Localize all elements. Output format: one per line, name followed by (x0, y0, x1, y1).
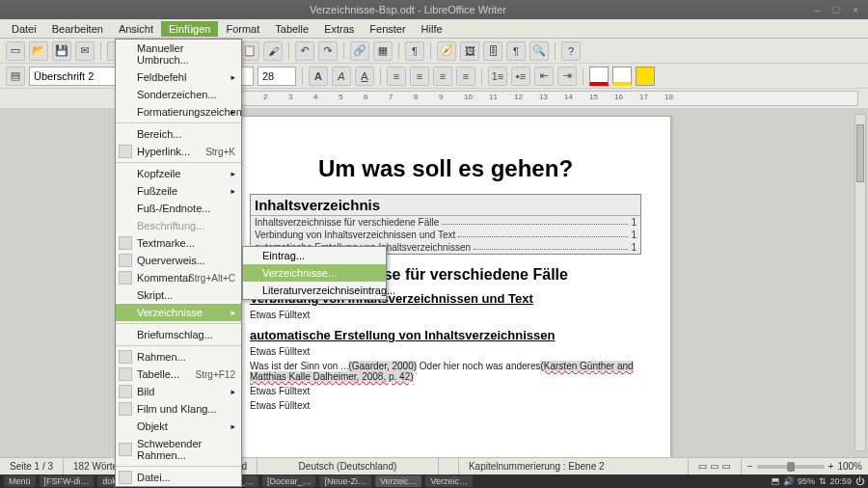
open-icon[interactable]: 📂 (29, 41, 48, 61)
zoom-slider[interactable] (757, 465, 825, 469)
scrollbar-thumb[interactable] (856, 124, 864, 182)
window-close-icon[interactable]: × (849, 4, 862, 15)
taskbar-app[interactable]: Verzeic… (425, 475, 473, 487)
highlight-color-icon[interactable] (612, 67, 632, 86)
help-icon[interactable]: ? (561, 41, 581, 61)
menu-view[interactable]: Ansicht (111, 21, 161, 37)
menu-item-manueller-umbruch-[interactable]: Manueller Umbruch... (116, 40, 241, 68)
align-center-icon[interactable]: ≡ (410, 67, 429, 86)
status-insertmode[interactable] (439, 458, 459, 474)
menu-item-objekt[interactable]: Objekt▸ (116, 418, 241, 435)
align-left-icon[interactable]: ≡ (387, 67, 406, 86)
tray-indicator-icon[interactable]: ⬒ (771, 476, 779, 486)
window-minimize-icon[interactable]: – (810, 4, 824, 15)
zoom-out-icon[interactable]: − (747, 461, 753, 472)
menu-item-kommentar[interactable]: KommentarStrg+Alt+C (116, 269, 241, 286)
taskbar-app[interactable]: [Neue-Zi… (319, 475, 371, 487)
gallery-icon[interactable]: 🖼 (460, 41, 479, 61)
status-language[interactable]: Deutsch (Deutschland) (258, 458, 439, 474)
tray-clock[interactable]: 20:59 (829, 476, 852, 486)
font-color-icon[interactable] (589, 67, 609, 86)
save-icon[interactable]: 💾 (52, 41, 71, 61)
menu-item-datei-[interactable]: Datei... (116, 469, 241, 486)
taskbar-app[interactable]: Verzeic… (375, 475, 422, 487)
menu-item-feldbefehl[interactable]: Feldbefehl▸ (116, 68, 241, 86)
bullet-list-icon[interactable]: •≡ (511, 67, 530, 86)
menu-item-kopfzeile[interactable]: Kopfzeile▸ (116, 165, 241, 182)
menu-item-querverweis-[interactable]: Querverweis... (116, 252, 241, 269)
zoom-in-icon[interactable]: + (828, 461, 834, 472)
doc-paragraph[interactable]: Was ist der Sinn von ...(Gaarder, 2000) … (250, 361, 641, 382)
toggle-formatting-icon[interactable]: ¶ (405, 41, 424, 61)
menu-item-rahmen-[interactable]: Rahmen... (116, 348, 241, 366)
menu-item-briefumschlag-[interactable]: Briefumschlag... (116, 326, 241, 343)
data-sources-icon[interactable]: 🗄 (483, 41, 502, 61)
start-menu-button[interactable]: Menü (4, 475, 36, 487)
vertical-scrollbar[interactable] (854, 114, 866, 451)
menu-item-textmarke-[interactable]: Textmarke... (116, 234, 241, 252)
format-paintbrush-icon[interactable]: 🖌 (263, 41, 283, 61)
menu-format[interactable]: Format (218, 21, 267, 37)
doc-h3b[interactable]: automatische Erstellung von Inhaltsverze… (250, 328, 641, 342)
tray-power-icon[interactable]: ⏻ (855, 476, 864, 486)
menu-item-bild[interactable]: Bild▸ (116, 383, 241, 400)
menu-help[interactable]: Hilfe (414, 21, 450, 37)
align-right-icon[interactable]: ≡ (433, 67, 452, 86)
numbered-list-icon[interactable]: 1≡ (488, 67, 507, 86)
italic-icon[interactable]: A (332, 67, 351, 86)
menu-insert[interactable]: Einfügen (161, 21, 218, 37)
submenu-item-verzeichnisse-[interactable]: Verzeichnisse... (243, 264, 386, 282)
navigator-icon[interactable]: 🧭 (437, 41, 456, 61)
doc-h1[interactable]: Um was soll es gehen? (250, 155, 641, 182)
menu-file[interactable]: Datei (4, 21, 44, 37)
table-icon[interactable]: ▦ (373, 41, 393, 61)
menu-tools[interactable]: Extras (316, 21, 362, 37)
menu-item-formatierungszeichen[interactable]: Formatierungszeichen▸ (116, 103, 241, 121)
taskbar-app[interactable]: [Docear_… (262, 475, 316, 487)
window-maximize-icon[interactable]: □ (829, 4, 843, 15)
menu-window[interactable]: Fenster (362, 21, 413, 37)
redo-icon[interactable]: ↷ (318, 41, 338, 61)
new-doc-icon[interactable]: ▭ (6, 41, 25, 61)
status-chapter[interactable]: Kapitelnummerierung : Ebene 2 (459, 458, 689, 474)
menu-edit[interactable]: Bearbeiten (44, 21, 111, 37)
status-page[interactable]: Seite 1 / 3 (0, 458, 64, 474)
menu-item-tabelle-[interactable]: Tabelle...Strg+F12 (116, 366, 241, 383)
menu-item-sonderzeichen-[interactable]: Sonderzeichen... (116, 86, 241, 103)
menu-item-schwebender-rahmen-[interactable]: Schwebender Rahmen... (116, 435, 241, 464)
system-tray[interactable]: ⬒ 🔊 95% ⇅ 20:59 ⏻ (771, 476, 864, 486)
font-size-combo[interactable] (258, 67, 296, 86)
menu-item-skript-[interactable]: Skript... (116, 286, 241, 304)
underline-icon[interactable]: A (355, 67, 374, 86)
decrease-indent-icon[interactable]: ⇤ (534, 67, 554, 86)
taskbar-app[interactable]: [FSFW-di… (40, 475, 95, 487)
align-justify-icon[interactable]: ≡ (456, 67, 475, 86)
menu-item-hyperlink-[interactable]: Hyperlink...Strg+K (116, 143, 241, 160)
menu-table[interactable]: Tabelle (267, 21, 316, 37)
hyperlink-icon[interactable]: 🔗 (350, 41, 369, 61)
horizontal-ruler[interactable]: 1 2 3 4 5 6 7 8 9 10 11 12 13 14 15 16 1… (220, 91, 858, 106)
nonprinting-icon[interactable]: ¶ (506, 41, 526, 61)
tray-network-icon[interactable]: ⇅ (819, 476, 827, 486)
doc-paragraph[interactable]: Etwas Fülltext (250, 310, 641, 320)
email-icon[interactable]: ✉ (75, 41, 95, 61)
styles-dropdown-icon[interactable]: ▤ (6, 67, 25, 86)
doc-paragraph[interactable]: Etwas Fülltext (250, 386, 641, 396)
bold-icon[interactable]: A (309, 67, 328, 86)
submenu-item-literaturverzeichniseintrag-[interactable]: Literaturverzeichniseintrag... (243, 282, 386, 299)
submenu-item-eintrag-[interactable]: Eintrag... (243, 247, 386, 264)
paste-icon[interactable]: 📋 (240, 41, 259, 61)
zoom-value[interactable]: 100% (837, 461, 862, 472)
menu-item-fu-zeile[interactable]: Fußzeile▸ (116, 182, 241, 200)
increase-indent-icon[interactable]: ⇥ (557, 67, 577, 86)
doc-paragraph[interactable]: Etwas Fülltext (250, 400, 641, 411)
menu-item-bereich-[interactable]: Bereich... (116, 125, 241, 143)
menu-item-fu-endnote-[interactable]: Fuß-/Endnote... (116, 200, 241, 217)
tray-volume-icon[interactable]: 🔊 (783, 476, 794, 486)
doc-paragraph[interactable]: Etwas Fülltext (250, 346, 641, 357)
menu-item-film-und-klang-[interactable]: Film und Klang... (116, 400, 241, 418)
zoom-icon[interactable]: 🔍 (529, 41, 549, 61)
undo-icon[interactable]: ↶ (295, 41, 314, 61)
status-view-icons[interactable]: ▭ ▭ ▭ (689, 458, 742, 474)
menu-item-verzeichnisse[interactable]: Verzeichnisse▸ (116, 304, 241, 321)
